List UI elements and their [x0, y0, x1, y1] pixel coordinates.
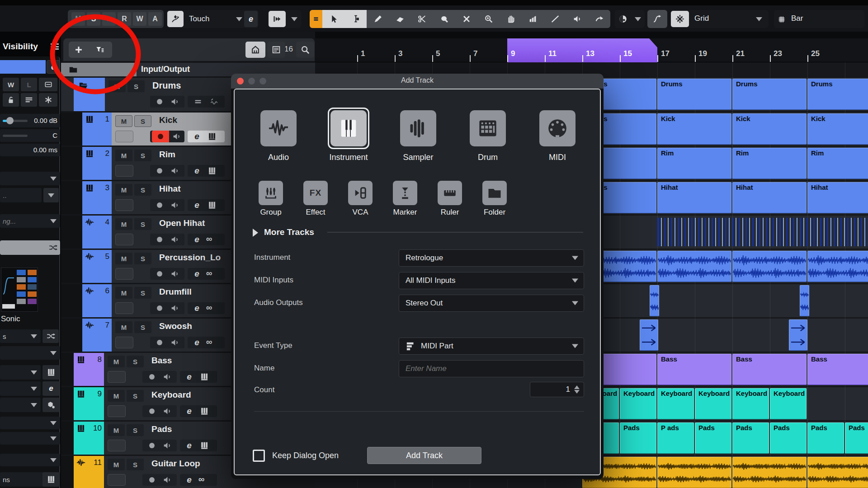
track-name[interactable]: Keyboard — [151, 390, 191, 400]
quick-controls-dropdown[interactable] — [0, 432, 60, 445]
track-name[interactable]: Kick — [159, 115, 177, 125]
timeline-event[interactable] — [657, 251, 731, 282]
solo-button[interactable]: S — [134, 321, 151, 333]
timeline-event[interactable] — [789, 319, 808, 351]
write-automation-button[interactable]: W — [3, 78, 19, 91]
track-state-box[interactable] — [115, 337, 133, 348]
rec-monitor-box[interactable] — [150, 268, 184, 280]
listen-button[interactable]: L — [21, 78, 37, 91]
mute-button[interactable]: M — [115, 253, 132, 264]
track-search-button[interactable] — [296, 42, 314, 58]
automation-l-button[interactable]: L — [102, 12, 116, 26]
timeline-event[interactable]: Pads — [770, 422, 807, 454]
rec-monitor-box[interactable] — [150, 302, 184, 314]
add-track-button[interactable]: Add Track — [367, 447, 481, 464]
keyboard-zone-button[interactable] — [245, 42, 265, 58]
track-name[interactable]: Bass — [151, 356, 172, 366]
track-type-folder[interactable] — [482, 181, 507, 205]
more-tracks-arrow[interactable] — [253, 229, 258, 237]
timeline-event[interactable]: Keyboard — [657, 388, 694, 419]
tool-range-select[interactable] — [344, 10, 367, 28]
tool-hand[interactable] — [500, 10, 522, 28]
grid-type-value[interactable]: Grid — [694, 14, 709, 23]
mute-button[interactable]: M — [115, 321, 132, 333]
cue-dropdown[interactable] — [0, 417, 60, 429]
edit-instrument-box[interactable]: e — [180, 440, 217, 451]
automation-r-button[interactable]: R — [118, 12, 131, 26]
mute-button[interactable]: M — [115, 184, 132, 196]
timeline-event[interactable]: Pads — [695, 422, 731, 454]
track-preset-button[interactable] — [90, 43, 109, 56]
track-state-box[interactable] — [115, 268, 133, 280]
timeline-event[interactable]: Kick — [657, 113, 731, 145]
pan-row[interactable]: C — [0, 129, 60, 142]
timeline-event[interactable]: Drums — [807, 79, 868, 110]
timeline-ruler[interactable]: 135791113151719212325 — [315, 38, 868, 62]
timeline-event[interactable]: Keyboard — [695, 388, 731, 419]
track-state-box[interactable] — [115, 131, 133, 142]
timeline-event[interactable] — [807, 457, 868, 488]
timeline-event[interactable]: Keyboard — [620, 388, 656, 419]
add-track-plus-button[interactable] — [71, 43, 87, 56]
solo-button[interactable]: S — [134, 253, 151, 264]
edit-channel-glyph[interactable]: e — [187, 372, 192, 382]
tool-zoom[interactable] — [477, 10, 500, 28]
automation-panel-button[interactable] — [167, 11, 184, 27]
track-color-cell[interactable]: 7 — [82, 319, 112, 352]
timeline-event[interactable]: Drums — [732, 79, 807, 110]
edit-instrument-box[interactable]: e — [188, 131, 225, 142]
edit-channel-glyph[interactable]: e — [187, 441, 192, 450]
dropdown-instrument[interactable]: Retrologue — [399, 249, 584, 267]
mute-button[interactable]: M — [108, 390, 125, 402]
timeline-event[interactable]: Rim — [732, 148, 807, 179]
color-tool-arrow[interactable] — [635, 17, 641, 21]
track-type-group[interactable] — [259, 181, 283, 205]
preset-dropdown[interactable]: s — [0, 329, 41, 343]
edit-instrument-box[interactable]: e — [180, 371, 217, 383]
automation-s-button[interactable]: S — [87, 12, 100, 26]
volume-knob[interactable] — [6, 117, 14, 124]
automation-mode-arrow[interactable] — [236, 17, 242, 21]
track-name[interactable]: Open Hihat — [159, 218, 205, 228]
tool-glue[interactable] — [433, 10, 455, 28]
timeline-event[interactable]: Pads — [807, 422, 844, 454]
dialog-titlebar[interactable]: Add Track — [231, 74, 604, 89]
mute-button[interactable]: M — [115, 150, 132, 161]
solo-button[interactable]: S — [127, 424, 144, 436]
grid-type-arrow[interactable] — [756, 17, 762, 21]
sends-dropdown[interactable] — [0, 398, 41, 412]
mute-button[interactable]: M — [108, 356, 125, 367]
timeline-event[interactable]: Drums — [657, 79, 731, 110]
track-type-marker[interactable] — [393, 181, 417, 205]
tool-play[interactable] — [566, 10, 588, 28]
edit-channel-glyph[interactable]: e — [187, 475, 192, 485]
track-type-midi[interactable] — [539, 110, 576, 146]
timeline-event[interactable]: Bass — [732, 354, 807, 385]
tool-draw[interactable] — [367, 10, 389, 28]
mute-button[interactable]: M — [115, 287, 132, 299]
timeline-event[interactable]: P ads — [657, 422, 694, 454]
track-type-instrument[interactable] — [330, 110, 367, 146]
rec-monitor-box[interactable] — [150, 337, 184, 348]
timeline-event[interactable]: Pads — [620, 422, 656, 454]
track-name[interactable]: Swoosh — [159, 321, 192, 331]
dropdown-event-type[interactable]: MIDI Part — [399, 338, 584, 355]
folder-solo-button[interactable]: S — [127, 80, 145, 92]
track-name[interactable]: Guitar Loop — [151, 459, 200, 469]
timeline-event[interactable] — [650, 285, 659, 316]
autoscroll-arrow[interactable] — [291, 17, 297, 21]
folder-mute-button[interactable]: M — [108, 80, 126, 92]
midi-channel-dropdown[interactable] — [0, 365, 41, 380]
expression-dropdown[interactable] — [0, 454, 60, 466]
edit-channel-glyph[interactable]: e — [194, 200, 199, 210]
track-color-cell[interactable]: 9 — [74, 387, 104, 420]
tool-line[interactable] — [544, 10, 566, 28]
name-input[interactable] — [399, 360, 584, 377]
track-color-cell[interactable]: 11 — [74, 456, 104, 488]
rec-monitor-box[interactable] — [142, 405, 177, 417]
record-enable-button[interactable] — [152, 131, 169, 142]
edit-channel-glyph[interactable]: e — [194, 166, 199, 176]
stepper-down-icon[interactable] — [574, 390, 580, 394]
snap-button[interactable] — [671, 11, 689, 27]
tool-erase[interactable] — [389, 10, 411, 28]
